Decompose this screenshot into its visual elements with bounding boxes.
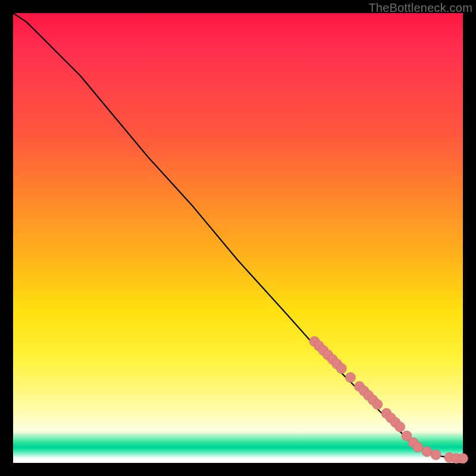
watermark-text: TheBottleneck.com (368, 1, 472, 15)
chart-overlay (13, 13, 463, 463)
data-marker (458, 453, 468, 464)
curve-line (13, 13, 463, 458)
marker-layer (309, 336, 468, 464)
chart-frame: TheBottleneck.com (0, 0, 476, 476)
data-marker (422, 447, 432, 457)
data-marker (431, 450, 441, 460)
data-marker (336, 364, 346, 374)
data-marker (346, 372, 356, 383)
data-marker (372, 399, 383, 409)
data-marker (413, 442, 423, 452)
data-marker (395, 422, 405, 432)
